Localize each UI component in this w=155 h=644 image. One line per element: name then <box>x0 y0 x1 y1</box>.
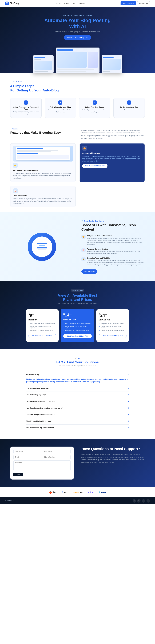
social-youtube[interactable]: ▶ <box>146 499 150 502</box>
seo-icon-3: 🔒 <box>81 257 86 261</box>
start-blog-button[interactable]: Start Your Blog <box>120 1 136 5</box>
contact-us-button[interactable]: Contact Us <box>137 1 150 5</box>
features-grid: ✍️ Automated Content Creation Our platfo… <box>10 143 145 207</box>
faq-question-7[interactable]: What if I need help with my blog? + <box>26 418 129 424</box>
social-linkedin[interactable]: in <box>142 499 145 502</box>
step-3: 3 Select Your Blog Topics Optionally, su… <box>79 98 110 118</box>
step-1-desc: Daily, weekly, or monthly, based on your… <box>13 111 39 115</box>
plan-ultimate-features: Blog post: Up to 2,500 words per day Cus… <box>99 323 126 331</box>
steps-title-line2: For Setting Up Your Auto-Blog <box>10 88 59 92</box>
faq-tag: Help <box>26 357 129 359</box>
nav-contact[interactable]: Contact <box>79 2 85 4</box>
contact-send-button[interactable]: Send <box>14 472 23 476</box>
seo-visual-inner <box>32 236 52 257</box>
faq-question-3[interactable]: How do I set up my blog? + <box>26 392 129 398</box>
seo-content: Search Engine Optimization Boost SEO wit… <box>81 220 145 274</box>
faq-title-start: FAQs: <box>56 360 67 364</box>
logo-text: SiteBlog <box>10 2 19 5</box>
feature-design-cta[interactable]: Start Your Free 14-Day Trial <box>82 164 107 168</box>
faq-section: Help FAQs: Find Your Solutions Still hav… <box>0 350 155 439</box>
faq-item-5: How does the content creation process wo… <box>26 405 129 412</box>
faq-question-8[interactable]: How can I cancel my subscription? + <box>26 424 129 431</box>
google-pay-text: Pay <box>64 491 68 494</box>
features-section: Features Features that Make Blogging Eas… <box>0 123 155 212</box>
nav-actions: Start Your Blog Contact Us <box>120 1 150 5</box>
apple-pay-text: Pay <box>53 491 56 494</box>
steps-section: How It Works 4 Simple Steps For Setting … <box>0 73 155 123</box>
nav-pricing[interactable]: Pricing <box>64 2 69 4</box>
contact-last-name[interactable] <box>43 450 70 454</box>
faq-question-2[interactable]: How does the free trial work? + <box>26 385 129 392</box>
steps-grid: 1 Select Frequency of Automated Posts Da… <box>10 98 145 118</box>
faq-question-6[interactable]: Can I add images to my blog posts? + <box>26 412 129 418</box>
social-twitter[interactable]: 𝕏 <box>137 499 140 502</box>
footer-copyright: © 2024 SiteBlog <box>5 500 16 502</box>
step-3-desc: Optionally, submit a list, or let us cho… <box>81 109 108 113</box>
paypal-logo: P ayPal <box>98 491 106 494</box>
seo-title: Boost SEO with Consistent, Fresh Content <box>81 223 145 232</box>
feature-design-title: Customizable Design <box>82 152 142 154</box>
nav-help[interactable]: Help <box>73 2 76 4</box>
feature-automated-desc: Our platform uses AI to generate high-qu… <box>13 172 73 179</box>
faq-heading: FAQs: Find Your Solutions <box>26 360 129 364</box>
social-facebook[interactable]: f <box>132 499 136 502</box>
hero-cta-button[interactable]: Start Your Free 14-Day Trial <box>64 35 91 40</box>
seo-cta-button[interactable]: Start Your Blog <box>81 270 97 274</box>
faq-item-4: Can I customize the look of the blog? + <box>26 398 129 405</box>
step-2-num: 2 <box>58 100 62 104</box>
contact-first-name[interactable] <box>14 450 41 454</box>
amazon-pay-logo: amazon pay <box>73 491 83 493</box>
seo-point-1-desc: With automated posting, your website is … <box>87 237 145 246</box>
stripe-logo: stripe <box>88 491 93 494</box>
feature-dashboard-icon: 📊 <box>13 188 18 193</box>
screenshot-main <box>56 48 99 73</box>
faq-chevron-8: + <box>128 426 129 429</box>
faq-chevron-4: + <box>128 400 129 403</box>
faq-question-4-text: Can I customize the look of the blog? <box>26 400 56 402</box>
step-2-desc: Choose a unique name that reflects the b… <box>47 109 74 113</box>
faq-question-5-text: How does the content creation process wo… <box>26 407 63 409</box>
plan-premium-cta[interactable]: Start Your Free 14-Day Trial <box>63 334 92 338</box>
plan-base-feature-2: Customizable themes and design options <box>29 326 56 328</box>
step-1-title: Select Frequency of Automated Posts <box>13 106 39 110</box>
plan-base-name: Base Plan <box>29 319 56 321</box>
faq-chevron-3: + <box>128 394 129 396</box>
feature-automated-screenshot <box>13 146 73 162</box>
hero-h1-line1: Automate Your Blog Posting <box>5 18 150 24</box>
features-tag: Features <box>10 128 74 130</box>
contact-form: Send <box>10 446 74 480</box>
step-1: 1 Select Frequency of Automated Posts Da… <box>10 98 42 118</box>
step-4-desc: And sit as AI posts your blog for you. <box>116 109 142 111</box>
feature-automated-title: Automated Content Creation <box>13 169 73 171</box>
contact-message[interactable] <box>14 460 71 471</box>
faq-question-1[interactable]: What is SiteBlog? − <box>26 372 129 378</box>
plan-premium-feature-3: Dashboard for content management <box>63 330 92 331</box>
feature-automated: ✍️ Automated Content Creation Our platfo… <box>10 143 76 182</box>
contact-contact-row <box>14 455 71 459</box>
faq-question-5[interactable]: How does the content creation process wo… <box>26 405 129 411</box>
seo-icon-2: 🎯 <box>81 248 86 252</box>
faq-question-4[interactable]: Can I customize the look of the blog? + <box>26 398 129 405</box>
faq-answer-1-text: SiteBlog is a platform that allows users… <box>26 378 128 383</box>
plans-tag: Plans and Prices <box>71 289 84 292</box>
contact-phone[interactable] <box>43 455 70 459</box>
faq-chevron-1: − <box>128 374 129 376</box>
plan-ultimate-cta[interactable]: Start Your Free 14-Day Trial <box>99 334 126 338</box>
plan-base-features: Blog post: Up to 2,500 words per month C… <box>29 323 56 331</box>
faq-subtitle: Still have questions? Our support team i… <box>26 365 129 367</box>
seo-point-3-title: Establish Trust and Visibility <box>87 257 145 259</box>
nav-features[interactable]: Features <box>55 2 61 4</box>
seo-section: Search Engine Optimization Boost SEO wit… <box>0 212 155 281</box>
features-left: Features Features that Make Blogging Eas… <box>10 128 74 140</box>
hero-subtitle: Start Your Blog in Minutes with SiteBlog <box>5 14 150 16</box>
plan-ultimate-feature-3: Dashboard for content management <box>99 330 126 331</box>
amazon-pay-text: amazon <box>73 491 79 493</box>
plan-base-cta[interactable]: Start Your Free 14-Day Trial <box>29 334 56 338</box>
seo-bar-1 <box>37 243 47 244</box>
contact-email[interactable] <box>14 455 41 459</box>
seo-point-1-title: Stay Ahead of the Competition <box>87 235 145 237</box>
feature-dashboard: 📊 User Dashboard Manage all aspects of y… <box>10 186 76 207</box>
nav-links: Features Pricing Help Contact <box>55 2 85 4</box>
contact-desc: We're here to help! Reach out to our tea… <box>81 453 145 464</box>
contact-content: Have Questions or Need Support? We're he… <box>81 446 145 464</box>
